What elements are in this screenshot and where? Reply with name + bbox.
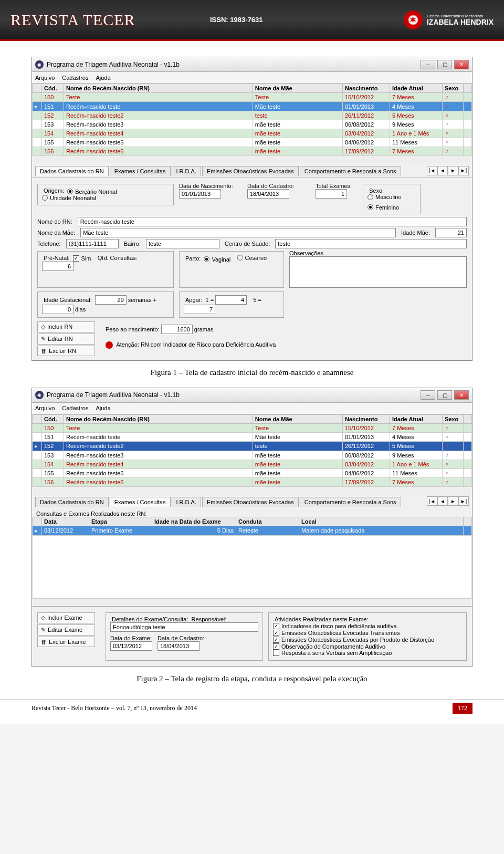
resp-field[interactable]: Fonoaudióloga teste: [110, 622, 258, 632]
centro-field[interactable]: teste: [275, 239, 467, 248]
grid-col-nasc[interactable]: Nascimento: [343, 414, 390, 423]
dataex-field[interactable]: 03/12/2012: [110, 641, 152, 651]
qtd-consultas-field[interactable]: 6: [42, 262, 74, 271]
table-row[interactable]: 155Recém-nascido teste5mãe teste04/06/20…: [33, 138, 472, 147]
tab-irda[interactable]: I.R.D.A.: [172, 497, 202, 507]
grid-col-cod[interactable]: Cód.: [42, 84, 64, 93]
check-sim[interactable]: ✓Sim: [73, 255, 91, 262]
rn-grid[interactable]: Cód. Nome do Recém-Nascido (RN) Nome da …: [32, 84, 472, 156]
grid-col-sexo[interactable]: Sexo: [443, 84, 464, 93]
tab-exames[interactable]: Exames / Consultas: [110, 497, 171, 507]
close-button[interactable]: ✕: [454, 60, 469, 69]
obs-field[interactable]: [289, 256, 467, 288]
tab-comportamento[interactable]: Comportamento e Resposta a Sons: [300, 497, 401, 507]
incluir-rn-button[interactable]: ◇Incluir RN: [37, 321, 95, 332]
apgar5-field[interactable]: 7: [184, 305, 215, 314]
peso-field[interactable]: 1600: [161, 325, 193, 334]
menu-cadastros[interactable]: Cadastros: [62, 75, 88, 81]
idade-mae-field[interactable]: 21: [435, 228, 467, 237]
radio-cesareo[interactable]: Cesareo: [237, 255, 267, 261]
table-row[interactable]: 151Recém-nascido testeMãe teste01/01/201…: [33, 432, 472, 441]
check-distorcao[interactable]: ✓Emissões Otoacústicas Evocadas por Prod…: [273, 637, 434, 643]
nav-first-button[interactable]: |◄: [427, 166, 437, 175]
table-row[interactable]: 156Recém-nascido teste6mãe teste17/09/20…: [33, 147, 472, 156]
menu-ajuda[interactable]: Ajuda: [96, 75, 110, 81]
check-comportamento[interactable]: ✓Observação do Comportamento Auditivo: [273, 643, 385, 650]
bairro-field[interactable]: teste: [146, 239, 219, 248]
check-transientes[interactable]: ✓Emissões Otoacústicas Evocadas Transien…: [273, 630, 400, 636]
radio-masculino[interactable]: Masculino: [368, 194, 402, 200]
table-row[interactable]: 156Recém-nascido teste6mãe teste17/09/20…: [33, 477, 472, 486]
excluir-exame-button[interactable]: 🗑Excluir Exame: [37, 637, 95, 647]
grid-col-cod[interactable]: Cód.: [42, 414, 64, 423]
grid-col-sexo[interactable]: Sexo: [443, 414, 464, 423]
table-row[interactable]: ▸151Recém-nascido testeMãe teste01/01/20…: [33, 102, 472, 111]
grid-col-mae[interactable]: Nome da Mãe: [253, 414, 342, 423]
radio-unidade[interactable]: Unidade Neonatal: [42, 195, 96, 201]
datacad-field[interactable]: 18/04/2013: [158, 641, 200, 651]
grid-col-idade[interactable]: Idade Atual: [390, 84, 443, 93]
idade-gest-dias-field[interactable]: 0: [42, 305, 74, 314]
minimize-button[interactable]: –: [421, 60, 435, 69]
table-row[interactable]: 150TesteTeste15/10/20127 Meses♂: [33, 423, 472, 432]
nav-first-button[interactable]: |◄: [427, 496, 437, 506]
nome-rn-field[interactable]: Recém-nascido teste: [78, 217, 467, 226]
subcol-idade[interactable]: Idade na Data do Exame: [152, 517, 236, 526]
data-cad-field[interactable]: 18/04/2013: [247, 189, 289, 199]
subcol-etapa[interactable]: Etapa: [89, 517, 152, 526]
editar-rn-button[interactable]: ✎Editar RN: [37, 334, 95, 345]
nav-last-button[interactable]: ►|: [458, 166, 469, 175]
subcol-conduta[interactable]: Conduta: [236, 517, 299, 526]
tab-dados-cadastrais[interactable]: Dados Cadastrais do RN: [35, 497, 109, 507]
tab-emissoes[interactable]: Emissões Otoacústicas Evocadas: [202, 497, 299, 507]
table-row[interactable]: 154Recém-nascido teste4mãe teste03/04/20…: [33, 460, 472, 468]
table-row[interactable]: 153Recém-nascido teste3mãe teste06/08/20…: [33, 120, 472, 129]
tab-dados-cadastrais[interactable]: Dados Cadastrais do RN: [35, 166, 109, 176]
subcol-local[interactable]: Local: [299, 517, 464, 526]
table-row[interactable]: 150TesteTeste15/10/20127 Meses♂: [33, 93, 472, 102]
menu-ajuda[interactable]: Ajuda: [96, 405, 110, 411]
maximize-button[interactable]: ▢: [437, 390, 452, 400]
radio-bercario[interactable]: Berçário Normal: [67, 189, 117, 195]
rn-grid[interactable]: Cód. Nome do Recém-Nascido (RN) Nome da …: [32, 414, 472, 487]
check-resposta[interactable]: Resposta a sons Verbais sem Amplificação: [273, 650, 392, 656]
menu-cadastros[interactable]: Cadastros: [62, 405, 88, 411]
nav-prev-button[interactable]: ◄: [437, 496, 448, 506]
table-row[interactable]: 155Recém-nascido teste5mãe teste04/06/20…: [33, 468, 472, 477]
telefone-field[interactable]: (31)1111-1111: [66, 239, 119, 248]
menu-arquivo[interactable]: Arquivo: [35, 75, 55, 81]
table-row[interactable]: 154Recém-nascido teste4mãe teste03/04/20…: [33, 129, 472, 138]
idade-gest-sem-field[interactable]: 29: [95, 295, 127, 305]
grid-col-idade[interactable]: Idade Atual: [390, 414, 443, 423]
exames-grid[interactable]: Data Etapa Idade na Data do Exame Condut…: [32, 517, 472, 599]
exame-row[interactable]: ▸ 03/12/2012 Primeiro Exame 5 Dias Retes…: [33, 526, 472, 535]
nav-prev-button[interactable]: ◄: [437, 166, 448, 175]
grid-col-nome[interactable]: Nome do Recém-Nascido (RN): [64, 84, 253, 93]
grid-col-nome[interactable]: Nome do Recém-Nascido (RN): [64, 414, 253, 423]
table-row[interactable]: 153Recém-nascido teste3mãe teste06/08/20…: [33, 451, 472, 460]
grid-col-nasc[interactable]: Nascimento: [343, 84, 390, 93]
data-nasc-field[interactable]: 01/01/2013: [179, 189, 221, 199]
table-row[interactable]: ▸152Recém-nascido teste2teste26/11/20125…: [33, 441, 472, 451]
grid-col-mae[interactable]: Nome da Mãe: [253, 84, 342, 93]
nome-mae-field[interactable]: Mãe teste: [80, 228, 396, 237]
close-button[interactable]: ✕: [454, 390, 469, 400]
tab-emissoes[interactable]: Emissões Otoacústicas Evocadas: [202, 166, 299, 176]
nav-last-button[interactable]: ►|: [458, 496, 469, 506]
check-indicadores[interactable]: ✓Indicadores de risco para deficiência a…: [273, 623, 397, 629]
minimize-button[interactable]: –: [421, 390, 435, 400]
excluir-rn-button[interactable]: 🗑Excluir RN: [37, 346, 95, 356]
subcol-data[interactable]: Data: [42, 517, 89, 526]
tab-irda[interactable]: I.R.D.A.: [172, 166, 202, 176]
menu-arquivo[interactable]: Arquivo: [35, 405, 55, 411]
editar-exame-button[interactable]: ✎Editar Exame: [37, 624, 95, 636]
table-row[interactable]: 152Recém-nascido teste2teste26/11/20125 …: [33, 111, 472, 120]
apgar1-field[interactable]: 4: [215, 295, 247, 305]
tab-exames[interactable]: Exames / Consultas: [110, 166, 171, 176]
nav-next-button[interactable]: ►: [448, 496, 458, 506]
tab-comportamento[interactable]: Comportamento e Resposta a Sons: [300, 166, 401, 176]
radio-feminino[interactable]: Feminino: [368, 204, 399, 211]
radio-vaginal[interactable]: Vaginal: [204, 256, 230, 263]
maximize-button[interactable]: ▢: [437, 60, 452, 69]
incluir-exame-button[interactable]: ◇Incluir Exame: [37, 612, 95, 623]
